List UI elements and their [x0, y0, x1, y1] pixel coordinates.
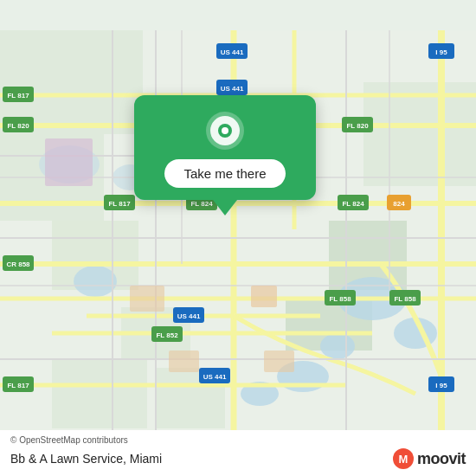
svg-text:FL 817: FL 817 — [7, 382, 29, 389]
bottom-bar: © OpenStreetMap contributors Bb & A Lawn… — [0, 430, 476, 476]
map-background: US 441 US 441 FL 817 FL 820 FL 820 FL 82… — [0, 0, 476, 476]
svg-text:FL 820: FL 820 — [7, 122, 29, 130]
svg-text:FL 817: FL 817 — [7, 92, 29, 100]
svg-text:I 95: I 95 — [435, 382, 447, 389]
svg-rect-79 — [130, 286, 164, 312]
svg-text:CR 858: CR 858 — [6, 261, 30, 268]
svg-text:M: M — [399, 453, 408, 466]
svg-rect-78 — [251, 286, 277, 307]
svg-text:US 441: US 441 — [221, 48, 244, 56]
svg-text:824: 824 — [393, 200, 405, 208]
svg-point-15 — [74, 266, 117, 297]
bottom-info-row: Bb & A Lawn Service, Miami M moovit — [10, 448, 466, 469]
svg-point-12 — [320, 333, 355, 359]
location-pin-icon — [205, 111, 245, 151]
moovit-m-icon: M — [393, 448, 414, 469]
svg-rect-81 — [169, 351, 199, 372]
place-name-label: Bb & A Lawn Service, Miami — [10, 452, 162, 466]
svg-point-85 — [222, 127, 228, 134]
osm-attribution: © OpenStreetMap contributors — [10, 435, 466, 445]
location-popup: Take me there — [134, 95, 316, 200]
svg-rect-8 — [52, 359, 147, 428]
svg-text:US 441: US 441 — [177, 312, 201, 320]
svg-rect-4 — [363, 82, 476, 186]
svg-text:I 95: I 95 — [435, 48, 447, 56]
svg-rect-80 — [264, 351, 294, 372]
moovit-text-label: moovit — [417, 450, 466, 468]
svg-text:FL 852: FL 852 — [156, 331, 178, 339]
svg-text:FL 820: FL 820 — [346, 122, 369, 130]
moovit-logo: M moovit — [393, 448, 466, 469]
svg-text:US 441: US 441 — [221, 85, 244, 93]
svg-text:FL 858: FL 858 — [394, 295, 416, 303]
map-container: US 441 US 441 FL 817 FL 820 FL 820 FL 82… — [0, 0, 476, 476]
svg-text:FL 817: FL 817 — [108, 200, 131, 208]
take-me-there-button[interactable]: Take me there — [164, 159, 285, 188]
svg-text:FL 824: FL 824 — [342, 200, 364, 208]
svg-text:US 441: US 441 — [203, 373, 227, 381]
svg-rect-77 — [45, 138, 93, 186]
svg-text:FL 858: FL 858 — [329, 295, 351, 303]
svg-text:FL 824: FL 824 — [190, 200, 213, 208]
